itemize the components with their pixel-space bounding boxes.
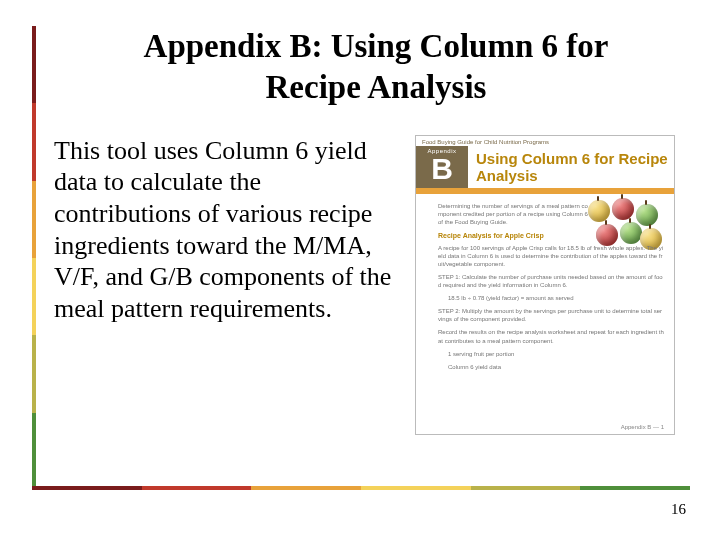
thumb-text: Record the results on the recipe analysi…	[438, 328, 664, 344]
thumb-text: Determining the number of servings of a …	[438, 202, 588, 226]
thumb-footer: Appendix B — 1	[621, 424, 664, 430]
accent-horizontal	[32, 486, 690, 490]
slide: Appendix B: Using Column 6 for Recipe An…	[0, 0, 720, 540]
accent-vertical	[32, 26, 36, 490]
page-number: 16	[671, 501, 686, 518]
thumb-body: Determining the number of servings of a …	[416, 194, 674, 382]
thumb-header: Appendix B Using Column 6 for Recipe Ana…	[416, 146, 674, 195]
appendix-badge: Appendix B	[416, 146, 468, 189]
badge-letter: B	[416, 154, 468, 184]
thumb-top-caption: Food Buying Guide for Child Nutrition Pr…	[416, 136, 674, 146]
thumb-text: Column 6 yield data	[448, 363, 664, 371]
thumb-text: 1 serving fruit per portion	[448, 350, 664, 358]
thumb-text: STEP 2: Multiply the amount by the servi…	[438, 307, 664, 323]
content-row: This tool uses Column 6 yield data to ca…	[54, 135, 690, 435]
thumb-text: STEP 1: Calculate the number of purchase…	[438, 273, 664, 289]
appendix-page-thumbnail: Food Buying Guide for Child Nutrition Pr…	[415, 135, 675, 435]
body-text: This tool uses Column 6 yield data to ca…	[54, 135, 399, 325]
thumb-text: A recipe for 100 servings of Apple Crisp…	[438, 244, 664, 268]
thumb-text: 18.5 lb ÷ 0.78 (yield factor) = amount a…	[448, 294, 664, 302]
thumb-title: Using Column 6 for Recipe Analysis	[468, 146, 674, 189]
slide-title: Appendix B: Using Column 6 for Recipe An…	[96, 26, 656, 109]
